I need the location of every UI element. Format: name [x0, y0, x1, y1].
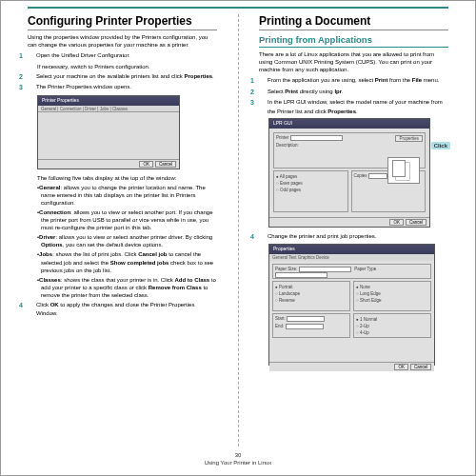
- left-step-1-sub: If necessary, switch to Printers configu…: [37, 63, 217, 70]
- left-step-3: 3The Printer Properties window opens.: [28, 83, 217, 91]
- orientation-frame: Portrait Landscape Reverse: [272, 281, 350, 311]
- right-step-4: 4Change the printer and print job proper…: [259, 232, 448, 241]
- step-text: Click OK to apply the changes and close …: [36, 302, 194, 316]
- banner-end: End:: [275, 324, 347, 329]
- cancel-button: Cancel: [406, 219, 426, 226]
- banners-frame: Start: End:: [272, 313, 350, 338]
- left-column: Configuring Printer Properties Using the…: [1, 1, 238, 475]
- dialog-titlebar: Properties: [269, 245, 434, 254]
- left-step-2: 2Select your machine on the available pr…: [28, 72, 217, 81]
- cancel-button: Cancel: [155, 161, 176, 168]
- dialog-titlebar: Printer Properties: [38, 96, 179, 106]
- right-title: Printing a Document: [259, 14, 448, 30]
- lpr-gui-screenshot: LPR GUI Printer Properties Description: …: [268, 118, 430, 228]
- orient-duplex: Portrait Landscape Reverse None Long Edg…: [272, 281, 431, 313]
- properties-screenshot: Properties General Text Graphics Device …: [268, 244, 435, 366]
- radio-all: All pages: [276, 173, 346, 180]
- radio-2up: 2-Up: [356, 323, 428, 329]
- lpr-screenshot-wrap: LPR GUI Printer Properties Description: …: [259, 118, 448, 228]
- step-text: Change the printer and print job propert…: [268, 233, 376, 239]
- right-column: Printing a Document Printing from Applic…: [238, 1, 475, 475]
- left-title: Configuring Printer Properties: [28, 14, 217, 30]
- step-number: 1: [259, 76, 268, 85]
- properties-button: Properties: [395, 135, 423, 142]
- step-text: Open the Unified Driver Configurator.: [36, 52, 130, 58]
- dialog-footer: OK Cancel: [269, 362, 434, 371]
- right-step-2: 2Select Print directly using lpr.: [259, 88, 448, 96]
- right-step-3: 3In the LPR GUI window, select the model…: [259, 98, 448, 115]
- step-text: From the application you are using, sele…: [268, 77, 439, 83]
- step-text: The Printer Properties window opens.: [36, 84, 131, 89]
- right-step-1: 1From the application you are using, sel…: [259, 76, 448, 85]
- after-shot-text: The following five tabs display at the t…: [37, 174, 217, 182]
- banner-start: Start:: [275, 316, 347, 322]
- radio-long: Long Edge: [356, 290, 428, 297]
- manual-page: Configuring Printer Properties Using the…: [0, 0, 476, 476]
- ok-button: OK: [389, 219, 404, 226]
- step-number: 3: [28, 83, 36, 91]
- footer-text: Using Your Printer in Linux: [1, 460, 475, 467]
- type-dropdown: [275, 272, 327, 278]
- bullet-general: •General: allows you to change the print…: [37, 184, 217, 207]
- right-subtitle: Printing from Applications: [259, 34, 448, 48]
- nup-frame: 1 Normal 2-Up 4-Up: [353, 313, 431, 338]
- dialog-footer: OK Cancel: [269, 217, 429, 227]
- step-number: 1: [28, 51, 36, 60]
- duplex-frame: None Long Edge Short Edge: [353, 281, 431, 311]
- dialog-titlebar: LPR GUI: [269, 119, 429, 129]
- page-number: 30: [1, 452, 475, 460]
- page-footer: 30 Using Your Printer in Linux: [1, 452, 475, 467]
- dialog-tabs: General Text Graphics Device: [269, 254, 434, 261]
- lower-frames: All pages Even pages Odd pages Copies: [273, 170, 426, 214]
- step-number: 2: [28, 72, 36, 81]
- printer-dropdown: [290, 135, 343, 141]
- step-text: Select Print directly using lpr.: [268, 89, 344, 94]
- radio-short: Short Edge: [356, 297, 428, 304]
- left-intro: Using the properties window provided by …: [28, 33, 217, 49]
- range-frame: All pages Even pages Odd pages: [273, 170, 348, 212]
- click-callout: Click: [431, 142, 450, 149]
- paper-frame: Paper Size: Paper Type: [272, 264, 431, 279]
- radio-4up: 4-Up: [356, 329, 428, 336]
- left-step-1: 1Open the Unified Driver Configurator.: [28, 51, 217, 60]
- left-step-4: 4Click OK to apply the changes and close…: [28, 301, 217, 318]
- ok-button: OK: [394, 364, 408, 370]
- paper-size-row: Paper Size: Paper Type: [275, 267, 428, 278]
- step-text: In the LPR GUI window, select the model …: [268, 99, 443, 113]
- ok-button: OK: [139, 161, 153, 168]
- step-text: Select your machine on the available pri…: [36, 73, 214, 79]
- bullet-classes: •Classes: shows the class that your prin…: [37, 276, 217, 299]
- radio-even: Even pages: [276, 180, 346, 187]
- dialog-body: Paper Size: Paper Type Portrait Landscap…: [269, 261, 434, 362]
- printer-row: Printer Properties: [276, 135, 423, 141]
- right-intro: There are a lot of Linux applications th…: [259, 50, 448, 73]
- desc-row: Description:: [276, 143, 423, 148]
- dialog-body: Printer Properties Description: All page…: [269, 129, 429, 217]
- bullet-jobs: •Jobs: shows the list of print jobs. Cli…: [37, 250, 217, 273]
- step-number: 2: [259, 88, 268, 96]
- chk-reverse: Reverse: [275, 297, 347, 304]
- step-number: 4: [28, 301, 36, 309]
- cancel-button: Cancel: [410, 364, 431, 370]
- radio-odd: Odd pages: [276, 187, 346, 193]
- radio-none: None: [356, 284, 428, 290]
- step-number: 4: [259, 232, 268, 241]
- radio-landscape: Landscape: [275, 290, 347, 297]
- bullet-connection: •Connection: allows you to view or selec…: [37, 208, 217, 231]
- copies-spinner: [368, 173, 387, 179]
- dialog-body: [38, 112, 179, 159]
- copies-frame: Copies: [351, 170, 426, 212]
- radio-1up: 1 Normal: [356, 316, 428, 323]
- bullet-driver: •Driver: allows you to view or select an…: [37, 233, 217, 248]
- page-preview-icon: [387, 157, 420, 184]
- step-number: 3: [259, 98, 268, 107]
- dialog-tabs: General | Connection | Driver | Jobs | C…: [38, 106, 179, 112]
- radio-portrait: Portrait: [275, 284, 347, 290]
- printer-properties-screenshot: Printer Properties General | Connection …: [37, 95, 180, 169]
- banner-nup: Start: End: 1 Normal 2-Up 4-Up: [272, 313, 431, 340]
- dialog-footer: OK Cancel: [38, 159, 179, 169]
